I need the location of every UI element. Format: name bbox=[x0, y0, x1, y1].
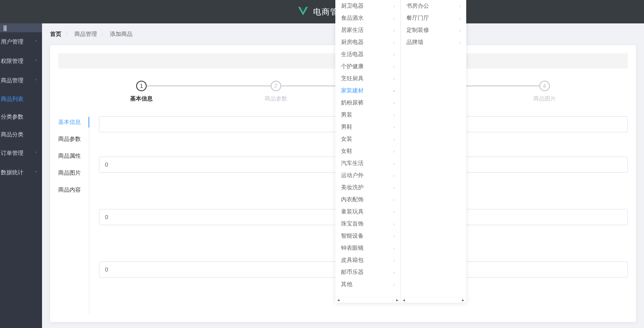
scroll-right-icon[interactable]: ► bbox=[461, 298, 465, 302]
scroll-left-icon[interactable]: ◄ bbox=[402, 298, 406, 302]
sidebar-item-3[interactable]: 订单管理˅ bbox=[0, 144, 42, 163]
scroll-left-icon[interactable]: ◄ bbox=[337, 298, 340, 302]
step-number: 2 bbox=[271, 81, 281, 91]
chevron-right-icon: › bbox=[393, 4, 395, 8]
chevron-right-icon: › bbox=[393, 125, 395, 130]
sidebar-item-0[interactable]: 用户管理˅ bbox=[0, 32, 42, 52]
cascader-panel-1-hscroll[interactable]: ◄ ► bbox=[335, 297, 400, 303]
tab-2[interactable]: 商品属性 bbox=[58, 148, 89, 164]
sidebar-item-label: 权限管理 bbox=[1, 58, 23, 65]
cascader-option-p1-19[interactable]: 智能设备› bbox=[335, 230, 400, 242]
sidebar: ||| 用户管理˅权限管理˅商品管理˄商品列表分类参数商品分类订单管理˅数据统计… bbox=[0, 23, 42, 328]
breadcrumb-item-0[interactable]: 首页 bbox=[50, 31, 61, 38]
cascader-option-label: 智能设备 bbox=[341, 232, 364, 240]
cascader-option-p1-21[interactable]: 皮具箱包› bbox=[335, 254, 400, 266]
vue-logo-icon bbox=[297, 6, 309, 18]
breadcrumb-item-1[interactable]: 商品管理 bbox=[74, 31, 97, 38]
cascader-option-p1-2[interactable]: 居家生活› bbox=[335, 24, 400, 36]
cascader-option-p1-6[interactable]: 烹饪厨具› bbox=[335, 73, 400, 85]
sidebar-item-4[interactable]: 数据统计˅ bbox=[0, 163, 42, 182]
tab-3[interactable]: 商品图片 bbox=[58, 165, 89, 181]
chevron-right-icon: › bbox=[393, 197, 395, 202]
cascader-option-p1-12[interactable]: 女鞋› bbox=[335, 145, 400, 157]
chevron-right-icon: › bbox=[393, 76, 395, 81]
sidebar-subitem-2-0[interactable]: 商品列表 bbox=[0, 90, 42, 108]
cascader-option-p1-22[interactable]: 邮币乐器› bbox=[335, 266, 400, 278]
cascader-option-p1-23[interactable]: 其他› bbox=[335, 278, 400, 290]
cascader-option-p1-10[interactable]: 男鞋› bbox=[335, 121, 400, 133]
cascader-option-label: 其他 bbox=[341, 281, 352, 288]
cascader-option-p1-4[interactable]: 生活电器› bbox=[335, 48, 400, 61]
cascader-option-p1-9[interactable]: 男装› bbox=[335, 109, 400, 121]
sidebar-subitem-2-2[interactable]: 商品分类 bbox=[0, 126, 42, 144]
chevron-right-icon: › bbox=[393, 258, 395, 263]
tab-0[interactable]: 基本信息 bbox=[58, 115, 89, 130]
cascader-panel-2-hscroll[interactable]: ◄ ► bbox=[401, 297, 466, 303]
cascader-option-label: 居家生活 bbox=[341, 27, 364, 34]
chevron-right-icon: › bbox=[393, 64, 395, 69]
cascader-option-p1-3[interactable]: 厨房电器› bbox=[335, 36, 400, 48]
chevron-right-icon: › bbox=[393, 209, 395, 214]
chevron-right-icon: 〉 bbox=[65, 31, 70, 38]
cascader-option-p1-18[interactable]: 珠宝首饰› bbox=[335, 218, 400, 230]
step-3: 4商品图片 bbox=[478, 81, 612, 102]
cascader-option-p2-1[interactable]: 餐厅门厅› bbox=[401, 12, 466, 24]
step-title: 基本信息 bbox=[130, 95, 153, 102]
sidebar-item-1[interactable]: 权限管理˅ bbox=[0, 52, 42, 71]
chevron-right-icon: › bbox=[393, 28, 395, 33]
cascader-option-label: 烹饪厨具 bbox=[341, 75, 364, 82]
cascader-option-p1-14[interactable]: 运动户外› bbox=[335, 169, 400, 182]
cascader-option-p1-20[interactable]: 钟表眼镜› bbox=[335, 242, 400, 254]
cascader-option-p1-5[interactable]: 个护健康› bbox=[335, 61, 400, 73]
cascader-option-p1-7[interactable]: 家装建材› bbox=[335, 85, 400, 97]
chevron-right-icon: › bbox=[459, 16, 461, 21]
cascader-option-p2-2[interactable]: 定制装修› bbox=[401, 24, 466, 36]
cascader-option-p2-0[interactable]: 书房办公› bbox=[401, 0, 466, 12]
sidebar-item-label: 商品管理 bbox=[1, 77, 23, 84]
breadcrumb-item-2[interactable]: 添加商品 bbox=[110, 31, 133, 38]
cascader-option-p2-3[interactable]: 品牌墙› bbox=[401, 36, 466, 48]
cascader-option-label: 女鞋 bbox=[341, 148, 352, 155]
chevron-right-icon: › bbox=[393, 246, 395, 251]
cascader-option-label: 男鞋 bbox=[341, 123, 352, 131]
sidebar-item-2[interactable]: 商品管理˄ bbox=[0, 71, 42, 90]
chevron-right-icon: › bbox=[459, 28, 461, 33]
step-0: 1基本信息 bbox=[74, 81, 209, 102]
tab-1[interactable]: 商品参数 bbox=[58, 132, 89, 147]
cascader-option-label: 邮币乐器 bbox=[341, 269, 364, 276]
cascader-option-p1-16[interactable]: 内衣配饰› bbox=[335, 194, 400, 206]
chevron-right-icon: › bbox=[393, 185, 395, 190]
cascader-option-p1-0[interactable]: 厨卫电器› bbox=[335, 0, 400, 12]
cascader-option-label: 定制装修 bbox=[406, 27, 429, 34]
chevron-right-icon: › bbox=[393, 282, 395, 287]
cascader-option-p1-8[interactable]: 奶粉尿裤› bbox=[335, 97, 400, 109]
cascader-panel-2: 书房办公›餐厅门厅›定制装修›品牌墙› ◄ ► bbox=[401, 0, 466, 303]
chevron-right-icon: › bbox=[393, 100, 395, 105]
tab-4[interactable]: 商品内容 bbox=[58, 182, 89, 198]
chevron-right-icon: › bbox=[393, 270, 395, 275]
chevron-right-icon: › bbox=[393, 40, 395, 45]
chevron-down-icon: ˅ bbox=[35, 151, 37, 156]
chevron-right-icon: › bbox=[393, 16, 395, 21]
cascader-option-p1-13[interactable]: 汽车生活› bbox=[335, 157, 400, 169]
chevron-right-icon: › bbox=[393, 113, 395, 117]
sidebar-subitem-2-1[interactable]: 分类参数 bbox=[0, 108, 42, 126]
vertical-tabs: 基本信息商品参数商品属性商品图片商品内容 bbox=[58, 115, 89, 314]
chevron-right-icon: › bbox=[393, 173, 395, 178]
cascader-option-p1-17[interactable]: 童装玩具› bbox=[335, 206, 400, 218]
cascader-option-label: 男装 bbox=[341, 111, 352, 119]
sidebar-toggle[interactable]: ||| bbox=[0, 23, 42, 32]
chevron-down-icon: ˅ bbox=[35, 59, 37, 64]
cascader-option-label: 餐厅门厅 bbox=[406, 15, 429, 22]
cascader-option-p1-1[interactable]: 食品酒水› bbox=[335, 12, 400, 24]
step-number: 1 bbox=[136, 81, 147, 91]
cascader-option-label: 家装建材 bbox=[341, 87, 364, 94]
cascader-option-label: 书房办公 bbox=[406, 2, 429, 10]
cascader-option-p1-11[interactable]: 女装› bbox=[335, 133, 400, 145]
cascader-option-p1-15[interactable]: 美妆洗护› bbox=[335, 182, 400, 194]
cascader-dropdown: 厨卫电器›食品酒水›居家生活›厨房电器›生活电器›个护健康›烹饪厨具›家装建材›… bbox=[335, 0, 466, 303]
sidebar-item-label: 用户管理 bbox=[1, 38, 23, 46]
scroll-right-icon[interactable]: ► bbox=[396, 298, 399, 302]
cascader-option-label: 童装玩具 bbox=[341, 208, 364, 215]
chevron-up-icon: ˄ bbox=[35, 79, 37, 83]
